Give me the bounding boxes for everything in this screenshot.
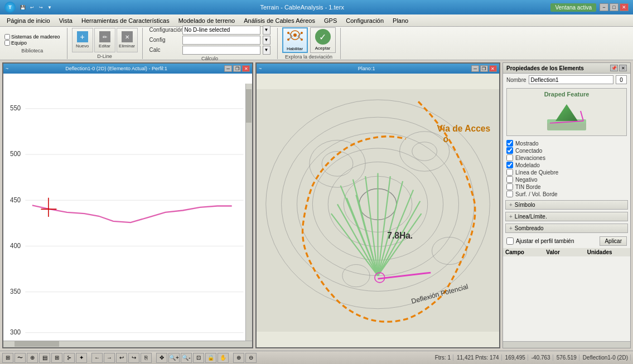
cb-linea-quiebre: Línea de Quiebre [506,169,627,176]
menu-modelado[interactable]: Modelado de terreno [174,16,240,25]
plan-restore[interactable]: ❐ [480,65,488,72]
simbolo-header[interactable]: + Símbolo [506,201,627,209]
maximize-button[interactable]: □ [610,3,618,11]
status-back[interactable]: ↩ [116,353,127,363]
nuevo-button[interactable]: + Nuevo [72,28,93,52]
sombreado-header[interactable]: + Sombreado [506,224,627,232]
config-input[interactable] [182,36,260,45]
status-copy[interactable]: ⎘ [141,353,152,363]
calc-label: Calc [149,47,180,53]
menu-gps[interactable]: GPS [320,16,341,25]
menu-configuracion[interactable]: Configuración [341,16,388,25]
cb-conectado-input[interactable] [506,147,513,154]
svg-text:500: 500 [10,150,21,158]
nombre-row: Nombre 0 [503,74,630,86]
status-nav-btn[interactable]: ⊕ [27,353,38,363]
status-zoom-in[interactable]: 🔍+ [168,353,180,363]
biblioteca-label: Biblioteca [21,48,43,54]
qa-save[interactable]: 💾 [19,3,27,11]
status-arrow-right[interactable]: → [104,353,115,363]
draped-feature-preview: Draped Feature [506,88,627,136]
cb-negativo-input[interactable] [506,176,513,183]
menu-cables[interactable]: Análisis de Cables Aéreos [239,16,320,25]
status-zoom-in2[interactable]: ⊕ [233,353,244,363]
status-tools-btn[interactable]: ✦ [76,353,87,363]
linea-header[interactable]: + Línea/Límite. [506,212,627,221]
ajustar-label: Ajustar el perfil también [516,238,574,244]
sombreado-section: + Sombreado [505,224,628,233]
status-fwd[interactable]: ↪ [128,353,139,363]
cb-surf-borde: Surf. / Vol. Borde [506,191,627,197]
profile-restore[interactable]: ❐ [233,65,241,72]
status-element: Deflection1-0 (2D) [581,355,631,361]
status-arrow-left[interactable]: ← [91,353,103,363]
plan-window-controls: ─ ❐ ✕ [471,65,497,72]
habilitar-button[interactable]: Habilitar [282,27,308,53]
status-hand[interactable]: ✋ [218,353,229,363]
profile-scrollbar-h[interactable] [3,341,252,347]
cb-negativo-label: Negativo [515,177,537,183]
nombre-input[interactable] [529,75,613,84]
properties-header: Propiedades de los Elements 📌 ✕ [503,63,630,74]
status-layers-btn[interactable]: ▤ [39,353,50,363]
qa-undo[interactable]: ↩ [28,3,36,11]
profile-close[interactable]: ✕ [242,65,250,72]
menu-herramientas[interactable]: Herramientas de Características [77,16,174,25]
calc-dropdown-button[interactable]: ▼ [263,46,270,55]
qa-redo[interactable]: ↪ [37,3,45,11]
checkboxes-area: Mostrado Conectado Elevaciones Modelado … [503,138,630,199]
properties-panel: Propiedades de los Elements 📌 ✕ Nombre 0… [502,62,631,348]
unidades-header: Unidades [587,249,628,255]
status-lock[interactable]: 🔒 [205,353,216,363]
menu-vista[interactable]: Vista [55,16,77,25]
simbolo-section: + Símbolo [505,200,628,210]
cb-tin-label: TIN Borde [515,184,541,190]
cb-surf-input[interactable] [506,191,513,197]
equipo-checkbox[interactable] [4,40,10,46]
cb-modelado-input[interactable] [506,162,513,168]
config2-dropdown-button[interactable]: ▼ [263,36,270,45]
menu-inicio[interactable]: Página de inicio [2,16,55,25]
cb-elevaciones-label: Elevaciones [515,155,545,161]
cb-mostrado-input[interactable] [506,140,513,147]
close-button[interactable]: ✕ [620,3,629,11]
configuracion-row: Configuración ▼ [149,26,270,35]
eliminar-button[interactable]: ✕ Eliminar [117,28,138,52]
qa-options[interactable]: ▼ [46,3,54,11]
calc-input[interactable] [182,46,260,55]
status-grid-btn[interactable]: ⊞ [2,353,13,363]
editar-button[interactable]: ✏ Editar [94,28,115,52]
config-dropdown-button[interactable]: ▼ [263,26,270,35]
svg-text:300: 300 [10,328,21,337]
toolbar-biblioteca-group: Sistemas de madereo Equipo Biblioteca [2,28,67,59]
props-scrollbar-h[interactable] [503,341,630,348]
status-zoom-out2[interactable]: ⊖ [245,353,257,363]
plan-close[interactable]: ✕ [489,65,497,72]
profile-minimize[interactable]: ─ [224,65,232,72]
status-wave-btn[interactable]: 〜 [15,353,26,363]
ajustar-checkbox[interactable] [506,237,514,245]
props-pin[interactable]: 📌 [610,65,618,71]
configuracion-input[interactable] [182,26,260,35]
status-select-btn[interactable]: ⊱ [64,353,75,363]
status-zoom-rect[interactable]: ⊡ [193,353,204,363]
status-pan[interactable]: ✥ [156,353,167,363]
cb-elevaciones-input[interactable] [506,154,513,161]
menu-plano[interactable]: Plano [388,16,413,25]
main-toolbar: Sistemas de madereo Equipo Biblioteca + … [0,27,633,60]
svg-text:400: 400 [10,241,21,250]
status-table-btn[interactable]: ⊞ [51,353,62,363]
plan-minimize[interactable]: ─ [471,65,479,72]
props-close[interactable]: ✕ [619,65,627,71]
cb-linea-input[interactable] [506,169,513,176]
status-zoom-out[interactable]: 🔍- [181,353,192,363]
cb-tin-borde: TIN Borde [506,183,627,190]
aceptar-button[interactable]: ✓ Aceptar [310,27,336,53]
sistema-checkbox[interactable] [4,34,10,40]
draped-feature-title: Draped Feature [544,91,589,98]
profile-scrollbar-v[interactable] [245,84,252,341]
cb-tin-input[interactable] [506,183,513,190]
minimize-button[interactable]: − [600,3,608,11]
aplicar-button[interactable]: Aplicar [600,236,627,246]
status-y: 576.519 [554,355,579,361]
